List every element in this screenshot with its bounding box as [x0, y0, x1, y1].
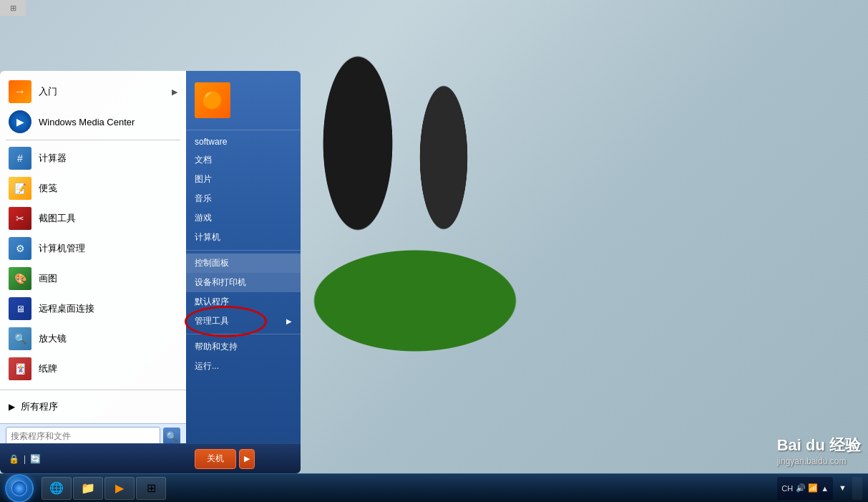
- right-item-defaults[interactable]: 默认程序: [186, 292, 301, 312]
- ie-icon: 🌐: [48, 480, 65, 497]
- right-label-pictures: 图片: [195, 173, 212, 185]
- shutdown-arrow-icon: ▶: [244, 454, 250, 463]
- notepad-icon: 📝: [9, 177, 31, 200]
- start-menu: → 入门 ▶ ▶ Windows Media Center: [0, 71, 301, 473]
- right-label-run: 运行...: [195, 360, 219, 372]
- shutdown-right-area: 关机 ▶: [186, 444, 301, 473]
- start-menu-right: 🟠 software 文档 图片 音乐 游戏: [186, 71, 301, 443]
- desktop: ⊞ Bai du 经验 jingyan.baidu.com → 入门 ▶: [0, 0, 868, 502]
- taskbar-unknown[interactable]: ⊞: [136, 477, 166, 500]
- right-separator-2: [186, 334, 301, 334]
- menu-label-calc: 计算器: [39, 152, 67, 165]
- menu-label-paint: 画图: [39, 272, 57, 285]
- search-button[interactable]: 🔍: [163, 428, 180, 445]
- menu-item-wmc[interactable]: ▶ Windows Media Center: [0, 107, 186, 137]
- start-menu-pinned: → 入门 ▶ ▶ Windows Media Center: [0, 71, 186, 390]
- user-avatar: 🟠: [195, 82, 230, 118]
- right-label-computer: 计算机: [195, 231, 220, 243]
- right-item-music[interactable]: 音乐: [186, 189, 301, 208]
- separator-1: [6, 140, 180, 140]
- enter-icon: →: [9, 80, 31, 103]
- menu-item-remote[interactable]: 🖥 远程桌面连接: [0, 294, 186, 324]
- menu-item-notepad[interactable]: 📝 便笺: [0, 173, 186, 203]
- lock-area: 🔒 | 🔄: [9, 454, 41, 464]
- baidu-watermark: Bai du 经验 jingyan.baidu.com: [777, 435, 861, 466]
- show-desktop-button[interactable]: [852, 477, 862, 500]
- explorer-icon: 📁: [79, 480, 97, 497]
- menu-item-enter[interactable]: → 入门 ▶: [0, 77, 186, 107]
- right-label-devprinter: 设备和打印机: [195, 276, 246, 289]
- menu-label-remote: 远程桌面连接: [39, 302, 94, 315]
- shutdown-button[interactable]: 关机: [195, 449, 236, 469]
- right-item-controlpanel[interactable]: 控制面板: [186, 254, 301, 273]
- system-tray: CH 🔊 📶 ▲: [777, 477, 833, 500]
- right-separator-1: [186, 250, 301, 251]
- right-item-run[interactable]: 运行...: [186, 357, 301, 376]
- menu-label-enter: 入门: [39, 85, 57, 98]
- menu-item-magnifier[interactable]: 🔍 放大镜: [0, 324, 186, 354]
- start-orb[interactable]: [5, 474, 34, 503]
- menu-item-snip[interactable]: ✂ 截图工具: [0, 203, 186, 233]
- menu-item-paint[interactable]: 🎨 画图: [0, 264, 186, 294]
- menu-label-solitaire: 纸牌: [39, 362, 57, 375]
- system-clock[interactable]: ▼: [836, 483, 849, 493]
- right-label-documents: 文档: [195, 154, 212, 166]
- taskbar-right: CH 🔊 📶 ▲ ▼: [777, 477, 868, 500]
- taskbar-items: 🌐 📁 ▶ ⊞: [39, 477, 777, 500]
- mediaplayer-icon: ▶: [111, 480, 128, 497]
- right-item-documents[interactable]: 文档: [186, 150, 301, 170]
- right-label-music: 音乐: [195, 193, 212, 205]
- right-item-admintools[interactable]: 管理工具 ▶: [186, 312, 301, 331]
- all-programs-item[interactable]: ▶ 所有程序: [0, 396, 186, 417]
- right-item-games[interactable]: 游戏: [186, 208, 301, 228]
- calc-icon: #: [9, 147, 31, 170]
- magnifier-icon: 🔍: [9, 327, 31, 350]
- menu-label-snip: 截图工具: [39, 212, 76, 225]
- tray-lang: CH: [781, 484, 793, 493]
- menu-item-solitaire[interactable]: 🃏 纸牌: [0, 354, 186, 384]
- wmc-icon: ▶: [9, 110, 31, 133]
- right-item-devprinter[interactable]: 设备和打印机: [186, 273, 301, 292]
- right-label-controlpanel: 控制面板: [195, 257, 229, 269]
- start-orb-inner: [11, 481, 27, 496]
- start-menu-shutdown-row: 🔒 | 🔄 关机 ▶: [0, 443, 301, 473]
- remote-icon: 🖥: [9, 297, 31, 320]
- switch-icon: 🔄: [30, 454, 41, 464]
- shutdown-label: 关机: [207, 453, 224, 465]
- compmgmt-icon: ⚙: [9, 237, 31, 260]
- shutdown-arrow-button[interactable]: ▶: [239, 449, 255, 469]
- start-menu-bottom: ▶ 所有程序: [0, 390, 186, 423]
- right-item-computer[interactable]: 计算机: [186, 228, 301, 247]
- right-label-help: 帮助和支持: [195, 341, 238, 353]
- snip-icon: ✂: [9, 207, 31, 230]
- user-profile-area: 🟠: [186, 77, 301, 130]
- menu-label-compmgmt: 计算机管理: [39, 242, 85, 255]
- menu-item-compmgmt[interactable]: ⚙ 计算机管理: [0, 233, 186, 264]
- unknown-icon: ⊞: [142, 480, 160, 497]
- start-button[interactable]: [0, 474, 39, 503]
- right-item-pictures[interactable]: 图片: [186, 170, 301, 189]
- lock-text: |: [24, 454, 26, 464]
- menu-label-magnifier: 放大镜: [39, 332, 67, 345]
- tray-icons: 🔊 📶: [796, 483, 818, 493]
- solitaire-icon: 🃏: [9, 357, 31, 380]
- lock-icon: 🔒: [9, 454, 19, 464]
- taskbar: 🌐 📁 ▶ ⊞ CH 🔊 📶 ▲ ▼: [0, 473, 868, 502]
- right-label-admintools: 管理工具: [195, 315, 229, 327]
- start-menu-left: → 入门 ▶ ▶ Windows Media Center: [0, 71, 186, 443]
- taskbar-explorer[interactable]: 📁: [73, 477, 103, 500]
- all-programs-label: 所有程序: [21, 400, 58, 413]
- start-menu-main: → 入门 ▶ ▶ Windows Media Center: [0, 71, 301, 443]
- taskbar-ie[interactable]: 🌐: [42, 477, 72, 500]
- enter-arrow: ▶: [172, 87, 177, 97]
- top-left-decoration: ⊞: [0, 0, 26, 16]
- right-label-games: 游戏: [195, 212, 212, 224]
- menu-item-calc[interactable]: # 计算器: [0, 143, 186, 173]
- baidu-url: jingyan.baidu.com: [777, 456, 861, 466]
- right-item-help[interactable]: 帮助和支持: [186, 337, 301, 357]
- paint-icon: 🎨: [9, 267, 31, 290]
- taskbar-mediaplayer[interactable]: ▶: [104, 477, 135, 500]
- tray-expand[interactable]: ▲: [821, 484, 829, 493]
- admintools-arrow: ▶: [286, 317, 292, 325]
- right-item-software[interactable]: software: [186, 133, 301, 150]
